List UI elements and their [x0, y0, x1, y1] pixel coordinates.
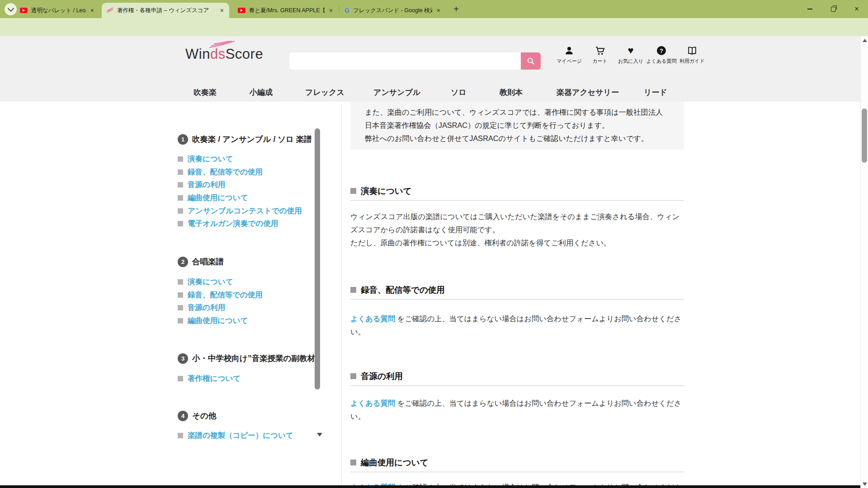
heading-underline — [350, 299, 684, 300]
scroll-down-icon[interactable] — [863, 483, 867, 486]
number-badge: 3 — [178, 353, 188, 364]
nav-kyosokubon[interactable]: 教則本 — [500, 87, 523, 98]
tab-title: 透明なパレット / Leo/need × 鏡音 — [31, 7, 86, 14]
browser-window: 透明なパレット / Leo/need × 鏡音 × 著作権・各種申請 – ウィン… — [0, 0, 868, 488]
square-bullet-icon — [178, 195, 183, 201]
list-item: 著作権について — [178, 372, 241, 385]
windsscore-favicon-icon — [106, 6, 113, 15]
nav-accessories[interactable]: 楽器アクセサリー — [557, 87, 619, 98]
square-bullet-icon — [178, 376, 183, 381]
window-close-button[interactable]: × — [846, 0, 867, 18]
quick-link-label: 利用ガイド — [679, 58, 705, 65]
list-item: アンサンブルコンテストでの使用 — [178, 204, 302, 217]
sidebar-link[interactable]: 演奏について — [188, 277, 233, 287]
site-logo[interactable]: WindsScore — [185, 46, 263, 62]
nav-solo[interactable]: ソロ — [451, 87, 467, 98]
sidebar-section-3-heading: 3 小・中学校向け”音楽授業の副教材” — [178, 353, 319, 364]
tab-close-icon[interactable]: × — [219, 7, 225, 14]
cart-link[interactable]: カート — [585, 45, 615, 65]
jasrac-info-box: また、楽曲のご利用について、ウィンズスコアでは、著作権に関する事項は一般社団法人… — [350, 102, 684, 150]
sidebar-link[interactable]: 録音、配信等での使用 — [188, 290, 263, 300]
search-input[interactable] — [289, 52, 521, 70]
list-item: 音源の利用 — [178, 301, 263, 314]
square-bullet-icon — [350, 460, 356, 465]
heart-icon: ♥ — [627, 45, 633, 56]
tab-close-icon[interactable]: × — [436, 7, 441, 14]
nav-suisogaku[interactable]: 吹奏楽 — [193, 87, 217, 98]
sidebar-link[interactable]: 著作権について — [188, 374, 241, 384]
sidebar-section-4-heading: 4 その他 — [178, 410, 216, 421]
quick-link-label: お気に入り — [618, 58, 643, 65]
tab-close-icon[interactable]: × — [90, 7, 95, 14]
info-paragraph: 弊社へのお問い合わせと併せてJASRACのサイトもご確認いただけますと幸いです。 — [365, 132, 670, 145]
nav-shohensei[interactable]: 小編成 — [250, 87, 273, 98]
sidebar-link[interactable]: 編曲使用について — [188, 193, 248, 203]
square-bullet-icon — [178, 169, 183, 175]
youtube-favicon-icon — [20, 8, 28, 13]
new-tab-button[interactable]: + — [451, 4, 462, 14]
logo-text-3: Score — [226, 46, 263, 62]
page-scrollbar[interactable] — [860, 36, 868, 488]
square-bullet-icon — [178, 292, 183, 298]
sidebar-link[interactable]: 音源の利用 — [188, 180, 225, 190]
faq-link[interactable]: ? よくある質問 — [646, 45, 677, 65]
sidebar-link[interactable]: アンサンブルコンテストでの使用 — [188, 206, 302, 216]
favorites-link[interactable]: ♥ お気に入り — [615, 45, 646, 65]
logo-swoosh-icon — [208, 40, 236, 48]
browser-tab-3[interactable]: 春と夏/Mrs. GREEN APPLE【大阪 × — [233, 3, 338, 18]
section-body-clipped: よくある質問 をご確認の上、当てはまらない場合はお問い合わせフォームよりお問い合… — [350, 481, 684, 485]
quick-link-label: カート — [592, 58, 608, 65]
youtube-favicon-icon — [238, 8, 245, 13]
logo-text-2: ds — [210, 46, 226, 62]
sidebar-scrollbar-thumb[interactable] — [315, 128, 320, 389]
tab-title: 春と夏/Mrs. GREEN APPLE【大阪 — [249, 7, 325, 14]
square-bullet-icon — [350, 287, 356, 293]
browser-tab-1[interactable]: 透明なパレット / Leo/need × 鏡音 × — [15, 3, 99, 18]
square-bullet-icon — [350, 373, 356, 379]
sidebar-section-4-links: 楽譜の複製（コピー）について — [178, 429, 293, 442]
section-body: よくある質問 をご確認の上、当てはまらない場合はお問い合わせフォームよりお問い合… — [350, 397, 684, 423]
square-bullet-icon — [178, 433, 183, 438]
window-minimize-button[interactable] — [799, 0, 820, 18]
nav-reed[interactable]: リード — [644, 87, 667, 98]
list-item: 楽譜の複製（コピー）について — [178, 429, 293, 442]
nav-ensemble[interactable]: アンサンブル — [373, 87, 420, 98]
list-item: 電子オルガン演奏での使用 — [178, 217, 302, 230]
bottom-bar — [0, 485, 860, 488]
site-header: WindsScore マイページ — [0, 36, 860, 102]
list-item: 録音、配信等での使用 — [178, 166, 302, 179]
square-bullet-icon — [178, 208, 183, 214]
faq-text-link[interactable]: よくある質問 — [350, 314, 395, 323]
sidebar-link[interactable]: 編曲使用について — [188, 316, 248, 326]
section-heading-recording: 録音、配信等での使用 — [350, 284, 445, 296]
page-scrollbar-thumb[interactable] — [862, 108, 867, 163]
square-bullet-icon — [178, 156, 183, 162]
sidebar-section-2-heading: 2 合唱楽譜 — [178, 256, 224, 267]
tab-search-button[interactable] — [5, 3, 17, 15]
window-restore-button[interactable] — [823, 0, 844, 18]
nav-flex[interactable]: フレックス — [305, 87, 344, 98]
search-button[interactable] — [521, 52, 541, 70]
sidebar-link[interactable]: 楽譜の複製（コピー）について — [188, 431, 293, 441]
close-icon: × — [854, 5, 859, 13]
sidebar-scroll-down-icon[interactable] — [317, 433, 322, 436]
sidebar-link[interactable]: 電子オルガン演奏での使用 — [188, 219, 278, 229]
tab-close-icon[interactable]: × — [328, 7, 334, 14]
user-icon — [564, 45, 574, 56]
sidebar-link[interactable]: 録音、配信等での使用 — [188, 167, 263, 177]
browser-tab-4[interactable]: G フレックスバンド - Google 検索 × — [340, 3, 446, 18]
heading-underline — [350, 385, 684, 386]
faq-text-link[interactable]: よくある質問 — [350, 399, 395, 407]
sidebar-section-1-heading: 1 吹奏楽 / アンサンブル / ソロ 楽譜 — [178, 134, 312, 145]
square-bullet-icon — [350, 188, 356, 194]
list-item: 音源の利用 — [178, 178, 302, 192]
sidebar-link[interactable]: 音源の利用 — [188, 303, 225, 313]
section-heading-arrangement: 編曲使用について — [350, 456, 429, 468]
scroll-up-icon[interactable] — [863, 39, 867, 42]
mypage-link[interactable]: マイページ — [554, 45, 585, 65]
tab-separator — [339, 6, 340, 13]
guide-link[interactable]: 利用ガイド — [677, 45, 708, 65]
section-heading-performance: 演奏について — [350, 185, 412, 197]
browser-tab-active[interactable]: 著作権・各種申請 – ウィンズスコア × — [102, 3, 229, 18]
sidebar-link[interactable]: 演奏について — [188, 154, 233, 164]
